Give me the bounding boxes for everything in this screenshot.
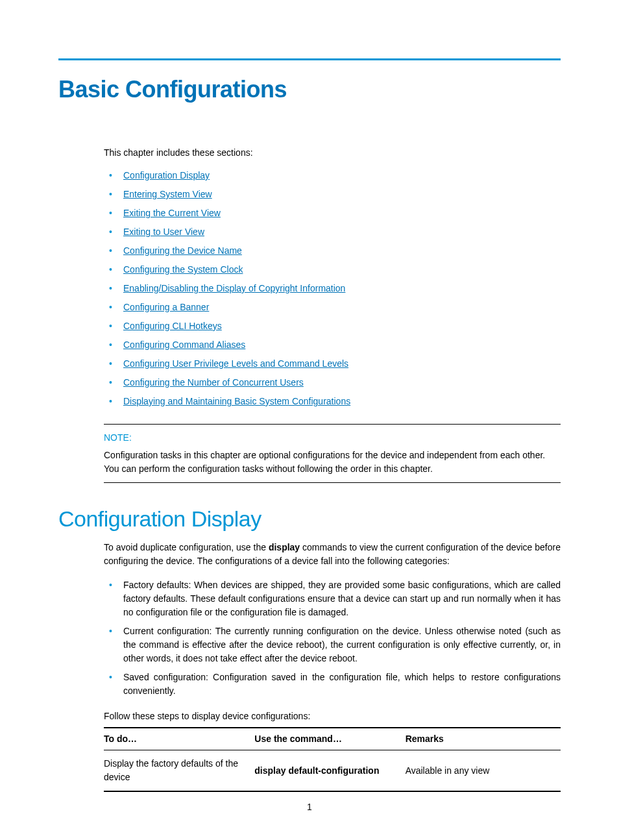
table-row: Display the factory defaults of the devi…: [104, 750, 561, 792]
toc-item: Configuring CLI Hotkeys: [104, 317, 561, 336]
toc-item: Configuring User Privilege Levels and Co…: [104, 354, 561, 373]
intro-text: This chapter includes these sections:: [104, 146, 561, 160]
section-title: Configuration Display: [58, 502, 561, 536]
toc-item: Configuration Display: [104, 166, 561, 185]
cell-todo: Display the factory defaults of the devi…: [104, 750, 254, 792]
text-span: To avoid duplicate configuration, use th…: [104, 542, 269, 552]
list-item: Factory defaults: When devices are shipp…: [104, 576, 561, 622]
note-label: NOTE:: [104, 431, 561, 445]
cell-remarks: Available in any view: [406, 750, 561, 792]
toc-item: Configuring a Banner: [104, 298, 561, 317]
th-todo: To do…: [104, 728, 254, 750]
table-header-row: To do… Use the command… Remarks: [104, 728, 561, 750]
toc-item: Exiting the Current View: [104, 204, 561, 223]
note-block: NOTE: Configuration tasks in this chapte…: [104, 424, 561, 483]
toc-link-configuration-display[interactable]: Configuration Display: [123, 170, 210, 180]
toc-item: Configuring the Device Name: [104, 241, 561, 260]
list-item: Current configuration: The currently run…: [104, 622, 561, 668]
toc-link-copyright-display[interactable]: Enabling/Disabling the Display of Copyri…: [123, 283, 345, 293]
toc-link-configuring-banner[interactable]: Configuring a Banner: [123, 302, 209, 312]
categories-list: Factory defaults: When devices are shipp…: [104, 576, 561, 700]
note-text: Configuration tasks in this chapter are …: [104, 449, 561, 476]
cell-cmd: display default-configuration: [254, 750, 405, 792]
toc-link-configuring-device-name[interactable]: Configuring the Device Name: [123, 245, 242, 256]
section-intro-paragraph: To avoid duplicate configuration, use th…: [104, 541, 561, 568]
th-cmd: Use the command…: [254, 728, 405, 750]
toc-item: Configuring Command Aliases: [104, 336, 561, 354]
toc-link-user-privilege-levels[interactable]: Configuring User Privilege Levels and Co…: [123, 358, 348, 369]
toc-item: Configuring the System Clock: [104, 260, 561, 279]
steps-intro: Follow these steps to display device con…: [104, 710, 561, 723]
toc-link-configuring-system-clock[interactable]: Configuring the System Clock: [123, 264, 243, 275]
page-title: Basic Configurations: [58, 72, 561, 107]
bold-keyword: display: [269, 542, 300, 552]
top-rule: [58, 58, 561, 60]
toc-link-configuring-command-aliases[interactable]: Configuring Command Aliases: [123, 340, 245, 350]
toc-item: Exiting to User View: [104, 223, 561, 241]
toc-link-concurrent-users[interactable]: Configuring the Number of Concurrent Use…: [123, 377, 304, 388]
toc-link-exiting-current-view[interactable]: Exiting the Current View: [123, 208, 221, 218]
command-table: To do… Use the command… Remarks Display …: [104, 727, 561, 792]
toc-link-entering-system-view[interactable]: Entering System View: [123, 189, 212, 199]
toc-item: Displaying and Maintaining Basic System …: [104, 392, 561, 411]
toc-item: Enabling/Disabling the Display of Copyri…: [104, 279, 561, 298]
page-number: 1: [0, 800, 619, 814]
list-item: Saved configuration: Configuration saved…: [104, 668, 561, 700]
th-remarks: Remarks: [406, 728, 561, 750]
toc-list: Configuration Display Entering System Vi…: [104, 166, 561, 411]
toc-item: Configuring the Number of Concurrent Use…: [104, 373, 561, 392]
toc-link-configuring-cli-hotkeys[interactable]: Configuring CLI Hotkeys: [123, 321, 222, 331]
toc-item: Entering System View: [104, 185, 561, 204]
toc-link-displaying-maintaining[interactable]: Displaying and Maintaining Basic System …: [123, 396, 350, 406]
toc-link-exiting-to-user-view[interactable]: Exiting to User View: [123, 227, 204, 237]
